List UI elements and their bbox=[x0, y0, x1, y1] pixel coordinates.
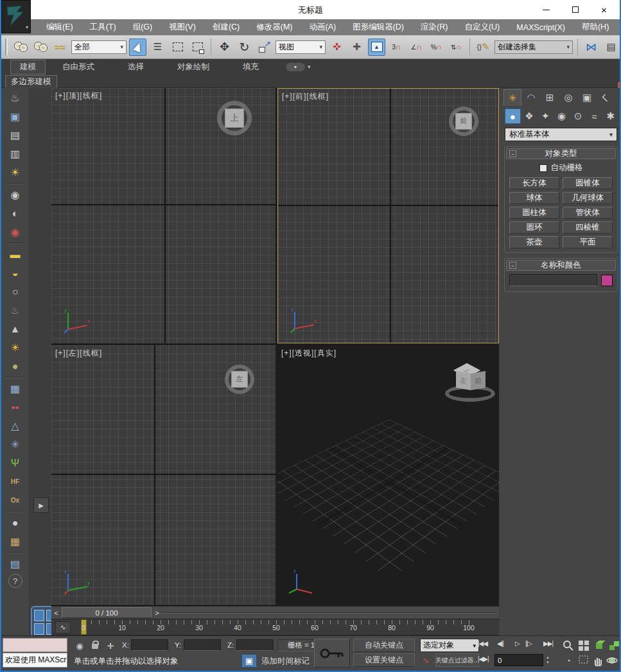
shading-mode-button[interactable]: ◐ bbox=[6, 205, 24, 222]
viewport-perspective-label[interactable]: [+][透视][真实] bbox=[281, 348, 337, 359]
camera-button[interactable]: ◉ bbox=[6, 186, 24, 203]
toolbar-grip[interactable] bbox=[5, 39, 8, 55]
render-setup-button[interactable]: ▤ bbox=[6, 126, 24, 144]
maximize-viewport-toggle[interactable] bbox=[609, 655, 620, 668]
x-coordinate-field[interactable] bbox=[131, 639, 168, 651]
button-geosphere[interactable]: 几何球体 bbox=[563, 192, 613, 204]
percent-snap-toggle[interactable]: %∩ bbox=[428, 39, 445, 56]
set-key-button[interactable]: 设置关键点 bbox=[353, 653, 415, 667]
hair-fur-button[interactable]: HF bbox=[6, 473, 24, 490]
spinner-down-icon[interactable]: ▼ bbox=[546, 660, 550, 665]
zoom-button[interactable] bbox=[561, 639, 575, 652]
selection-filter-dropdown[interactable]: 全部 ▾ bbox=[71, 40, 127, 54]
window-crossing-toggle[interactable] bbox=[189, 39, 206, 56]
button-cylinder[interactable]: 圆柱体 bbox=[509, 207, 559, 219]
edit-named-selection-sets-button[interactable]: {} ✎ bbox=[475, 39, 492, 56]
category-space-warps[interactable]: ≈ bbox=[586, 108, 602, 124]
reference-coordinate-dropdown[interactable]: 视图 ▾ bbox=[276, 40, 326, 54]
viewcube-face-left[interactable]: 左 bbox=[456, 371, 471, 390]
skylight-button[interactable]: ● bbox=[6, 358, 24, 375]
maxscript-mini-listener-pink[interactable] bbox=[3, 638, 67, 652]
track-bar[interactable]: ∿ 0 10 20 30 40 50 60 70 80 90 100 bbox=[51, 619, 499, 635]
go-to-end-button[interactable]: ▶▶| bbox=[543, 640, 553, 647]
object-color-swatch[interactable] bbox=[601, 275, 613, 286]
menu-item-tools[interactable]: 工具(T) bbox=[82, 20, 124, 35]
key-selection-dropdown[interactable]: 选定对象 ▾ bbox=[420, 639, 479, 652]
maximize-button[interactable] bbox=[561, 0, 590, 19]
category-lights[interactable]: ✦ bbox=[538, 108, 553, 124]
stereo-camera-button[interactable]: ◉ bbox=[6, 223, 24, 241]
category-cameras[interactable]: ◉ bbox=[554, 108, 569, 124]
button-pyramid[interactable]: 四棱锥 bbox=[563, 221, 613, 234]
select-and-scale-button[interactable]: ↗ bbox=[256, 39, 273, 56]
mirror-button[interactable]: ⋈ bbox=[582, 39, 600, 56]
minimize-button[interactable] bbox=[532, 0, 561, 19]
ribbon-overflow-caret-icon[interactable]: ▾ bbox=[308, 64, 311, 70]
adaptive-degradation-icon[interactable]: ◉ bbox=[73, 639, 86, 652]
unlink-selection-button[interactable] bbox=[31, 39, 49, 56]
primitive-category-dropdown[interactable]: 标准基本体 ▾ bbox=[505, 128, 617, 141]
rendered-frame-window-button[interactable]: ▣ bbox=[6, 108, 24, 125]
object-name-input[interactable] bbox=[509, 274, 597, 286]
angle-snap-toggle[interactable]: ∠∩ bbox=[408, 39, 425, 56]
fur-ox-button[interactable]: Ox bbox=[6, 492, 24, 509]
bind-to-space-warp-button[interactable]: ≈≈ bbox=[51, 39, 69, 56]
isolate-selection-toggle[interactable]: ▣ bbox=[241, 654, 257, 668]
mini-curve-editor-button[interactable]: ∿ bbox=[55, 621, 71, 633]
y-coordinate-field[interactable] bbox=[184, 639, 221, 651]
application-menu-button[interactable]: ▾ bbox=[1, 0, 31, 33]
point-light-button[interactable]: ○ bbox=[6, 283, 24, 300]
help-button[interactable]: ? bbox=[8, 574, 22, 588]
wire-teapot-button[interactable]: ♨ bbox=[6, 302, 24, 319]
name-color-rollout-header[interactable]: - 名称和颜色 bbox=[506, 260, 616, 271]
category-geometry[interactable]: ● bbox=[505, 108, 521, 124]
rollout-collapse-icon[interactable]: - bbox=[509, 262, 516, 269]
button-teapot[interactable]: 茶壶 bbox=[509, 236, 559, 248]
rock-object-button[interactable]: ✳ bbox=[6, 436, 24, 453]
menu-item-graph-editors[interactable]: 图形编辑器(D) bbox=[345, 20, 412, 35]
button-sphere[interactable]: 球体 bbox=[509, 192, 559, 204]
spinner-snap-toggle[interactable]: ⇅∩ bbox=[448, 39, 465, 56]
menu-item-help[interactable]: 帮助(H) bbox=[574, 20, 617, 35]
grass-object-button[interactable]: Ψ bbox=[6, 454, 24, 472]
zoom-all-button[interactable] bbox=[577, 639, 591, 652]
camera-match-button[interactable]: △ bbox=[6, 417, 24, 435]
play-button[interactable]: ▷ bbox=[515, 640, 520, 647]
ribbon-tab-modeling[interactable]: 建模 bbox=[10, 60, 46, 74]
auto-key-button[interactable]: 自动关键点 bbox=[353, 639, 415, 652]
viewcube-face-front[interactable]: 前 bbox=[471, 371, 485, 390]
viewcube[interactable]: 左 bbox=[225, 365, 254, 394]
current-frame-field[interactable]: 0 bbox=[494, 654, 543, 666]
use-pivot-point-button[interactable]: ✜ bbox=[328, 39, 345, 56]
frame-spinner[interactable]: ▲ ▼ bbox=[545, 654, 551, 666]
snaps-toggle[interactable]: ▲ bbox=[368, 39, 385, 56]
button-plane[interactable]: 平面 bbox=[563, 236, 613, 248]
z-coordinate-field[interactable] bbox=[236, 639, 274, 651]
viewcube[interactable]: 上 bbox=[217, 101, 252, 135]
rollout-collapse-icon[interactable]: - bbox=[509, 150, 516, 157]
selection-lock-toggle[interactable] bbox=[89, 640, 101, 653]
category-helpers[interactable]: ⊙ bbox=[570, 108, 586, 124]
zoom-region-button[interactable] bbox=[577, 654, 591, 667]
menu-item-group[interactable]: 组(G) bbox=[125, 20, 161, 35]
close-button[interactable]: × bbox=[590, 0, 618, 19]
tab-hierarchy[interactable]: ⊞ bbox=[541, 89, 559, 106]
absolute-offset-toggle[interactable]: ✛ bbox=[104, 639, 117, 652]
menu-item-modifiers[interactable]: 修改器(M) bbox=[249, 20, 300, 35]
select-and-rotate-button[interactable]: ↻ bbox=[236, 39, 253, 56]
viewport-top-label[interactable]: [+][顶][线框] bbox=[55, 90, 102, 101]
category-shapes[interactable]: ❖ bbox=[521, 108, 537, 124]
sphere-object-button[interactable]: ● bbox=[6, 514, 24, 531]
viewcube[interactable]: 上 左 前 bbox=[441, 357, 499, 407]
viewcube-face[interactable]: 前 bbox=[455, 113, 472, 130]
select-and-move-button[interactable]: ✥ bbox=[216, 39, 233, 56]
object-type-rollout-header[interactable]: - 对象类型 bbox=[506, 148, 616, 159]
previous-frame-arrow[interactable]: < bbox=[51, 607, 61, 618]
ribbon-tab-object-paint[interactable]: 对象绘制 bbox=[161, 60, 226, 74]
previous-frame-button[interactable]: ◀|| bbox=[497, 640, 503, 647]
align-button[interactable]: ▤ bbox=[602, 39, 620, 56]
viewport-left-label[interactable]: [+][左][线框] bbox=[55, 348, 102, 359]
rectangular-selection-region-button[interactable] bbox=[169, 39, 186, 56]
snap-3d-toggle[interactable]: 3∩ bbox=[388, 39, 405, 56]
add-time-tag[interactable]: 添加时间标记 bbox=[261, 656, 310, 667]
